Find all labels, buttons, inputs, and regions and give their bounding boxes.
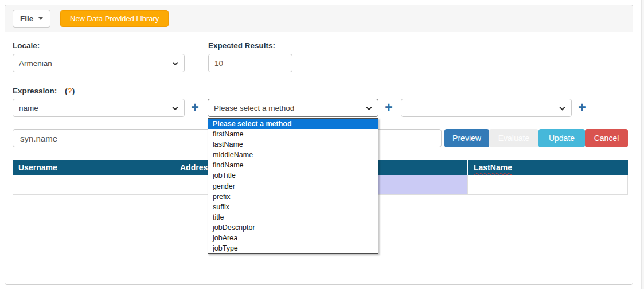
help-paren-close: ) bbox=[72, 87, 75, 95]
evaluate-button[interactable]: Evaluate bbox=[489, 129, 538, 147]
chevron-down-icon bbox=[173, 60, 178, 66]
table-cell bbox=[13, 175, 174, 194]
preview-button[interactable]: Preview bbox=[444, 129, 489, 147]
chevron-down-icon bbox=[173, 105, 178, 111]
dropdown-option[interactable]: gender bbox=[208, 181, 378, 191]
table-cell bbox=[468, 175, 628, 194]
app-window: File New Data Provided Library Locale: A… bbox=[0, 0, 644, 289]
expected-results-label: Expected Results: bbox=[208, 41, 275, 50]
dropdown-option[interactable]: lastName bbox=[208, 139, 378, 150]
chevron-down-icon bbox=[560, 105, 565, 111]
dropdown-option[interactable]: findName bbox=[208, 160, 378, 170]
dropdown-option[interactable]: Please select a method bbox=[208, 119, 378, 129]
question-mark-icon: ? bbox=[68, 87, 72, 95]
dropdown-option[interactable]: jobTitle bbox=[208, 170, 378, 181]
column-header-lastname-text: LastName bbox=[474, 163, 512, 172]
dropdown-option[interactable]: title bbox=[208, 212, 378, 222]
dropdown-option[interactable]: firstName bbox=[208, 129, 378, 139]
dropdown-option[interactable]: prefix bbox=[208, 192, 378, 202]
data-library-panel: File New Data Provided Library Locale: A… bbox=[5, 5, 633, 285]
expected-results-input[interactable] bbox=[208, 54, 292, 72]
toolbar: File New Data Provided Library bbox=[5, 5, 633, 32]
page-scrollbar[interactable] bbox=[641, 0, 644, 289]
file-menu-label: File bbox=[20, 14, 33, 23]
locale-select[interactable]: Armenian bbox=[13, 54, 185, 72]
method-select-value: Please select a method bbox=[214, 104, 294, 112]
chevron-down-icon bbox=[366, 105, 372, 111]
method-dropdown-list: Please select a method firstName lastNam… bbox=[208, 118, 378, 254]
expression-field-select[interactable]: name bbox=[13, 99, 185, 117]
file-menu-button[interactable]: File bbox=[13, 10, 50, 28]
column-header-username: Username bbox=[13, 160, 174, 175]
caret-down-icon bbox=[38, 17, 43, 20]
method-select[interactable]: Please select a method bbox=[208, 99, 378, 117]
add-field-button[interactable]: + bbox=[189, 99, 201, 117]
expression-label: Expression: bbox=[13, 87, 57, 95]
update-button[interactable]: Update bbox=[538, 129, 585, 147]
dropdown-option[interactable]: middleName bbox=[208, 150, 378, 160]
new-data-provided-library-button[interactable]: New Data Provided Library bbox=[60, 10, 169, 27]
dropdown-option[interactable]: jobDescriptor bbox=[208, 222, 378, 233]
expression-help-icon[interactable]: (?) bbox=[65, 87, 75, 95]
cancel-button[interactable]: Cancel bbox=[585, 129, 628, 147]
add-extra-button[interactable]: + bbox=[576, 99, 588, 117]
add-method-button[interactable]: + bbox=[383, 99, 395, 117]
dropdown-option[interactable]: jobType bbox=[208, 243, 378, 253]
column-header-lastname: LastName bbox=[468, 160, 628, 175]
expression-field-select-value: name bbox=[19, 104, 38, 112]
locale-label: Locale: bbox=[13, 41, 40, 50]
dropdown-option[interactable]: suffix bbox=[208, 202, 378, 212]
extra-select[interactable] bbox=[401, 99, 572, 117]
locale-select-value: Armenian bbox=[19, 59, 52, 68]
dropdown-option[interactable]: jobArea bbox=[208, 233, 378, 243]
